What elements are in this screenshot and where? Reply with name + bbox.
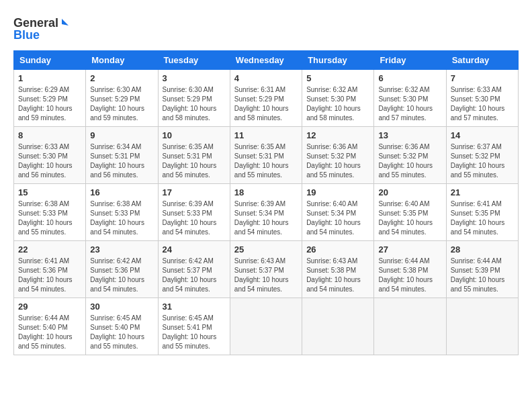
day-info: Sunrise: 6:44 AMSunset: 5:39 PMDaylight:… (451, 257, 514, 294)
weekday-header: Friday (374, 51, 446, 70)
day-number: 21 (451, 187, 514, 197)
day-number: 24 (163, 244, 226, 255)
calendar-cell: 19Sunrise: 6:40 AMSunset: 5:34 PMDayligh… (302, 184, 374, 241)
day-number: 7 (451, 73, 514, 83)
day-number: 28 (451, 244, 514, 255)
day-info: Sunrise: 6:40 AMSunset: 5:35 PMDaylight:… (378, 199, 441, 237)
calendar-cell: 1Sunrise: 6:29 AMSunset: 5:29 PMDaylight… (14, 70, 86, 127)
calendar-cell: 5Sunrise: 6:32 AMSunset: 5:30 PMDaylight… (302, 70, 374, 127)
day-number: 23 (90, 244, 153, 255)
day-info: Sunrise: 6:32 AMSunset: 5:30 PMDaylight:… (378, 85, 441, 123)
svg-text:General: General (13, 16, 58, 30)
weekday-header: Thursday (302, 51, 374, 70)
calendar-cell: 4Sunrise: 6:31 AMSunset: 5:29 PMDaylight… (230, 70, 302, 127)
day-number: 3 (163, 73, 226, 83)
day-info: Sunrise: 6:32 AMSunset: 5:30 PMDaylight:… (306, 85, 369, 123)
day-info: Sunrise: 6:41 AMSunset: 5:36 PMDaylight:… (18, 257, 81, 294)
day-number: 15 (18, 187, 81, 197)
calendar-cell: 21Sunrise: 6:41 AMSunset: 5:35 PMDayligh… (446, 184, 518, 241)
calendar-cell: 17Sunrise: 6:39 AMSunset: 5:33 PMDayligh… (158, 184, 230, 241)
day-info: Sunrise: 6:35 AMSunset: 5:31 PMDaylight:… (163, 142, 226, 180)
calendar-cell: 23Sunrise: 6:42 AMSunset: 5:36 PMDayligh… (86, 241, 158, 298)
calendar-cell (302, 298, 374, 355)
calendar-cell (446, 298, 518, 355)
day-number: 22 (18, 244, 81, 255)
weekday-header: Tuesday (158, 51, 230, 70)
calendar-cell: 9Sunrise: 6:34 AMSunset: 5:31 PMDaylight… (86, 127, 158, 184)
calendar-cell: 13Sunrise: 6:36 AMSunset: 5:32 PMDayligh… (374, 127, 446, 184)
day-number: 8 (18, 130, 81, 140)
day-number: 31 (163, 302, 226, 312)
day-number: 13 (378, 130, 441, 140)
calendar-cell: 14Sunrise: 6:37 AMSunset: 5:32 PMDayligh… (446, 127, 518, 184)
calendar-cell (374, 298, 446, 355)
calendar-cell: 7Sunrise: 6:33 AMSunset: 5:30 PMDaylight… (446, 70, 518, 127)
calendar-week-row: 8Sunrise: 6:33 AMSunset: 5:30 PMDaylight… (14, 127, 519, 184)
calendar-table: SundayMondayTuesdayWednesdayThursdayFrid… (13, 50, 519, 355)
day-number: 4 (234, 73, 298, 83)
day-info: Sunrise: 6:43 AMSunset: 5:38 PMDaylight:… (306, 257, 369, 294)
calendar-header-row: SundayMondayTuesdayWednesdayThursdayFrid… (14, 51, 519, 70)
calendar-cell (230, 298, 302, 355)
day-number: 29 (18, 302, 81, 312)
day-info: Sunrise: 6:45 AMSunset: 5:40 PMDaylight:… (90, 314, 153, 351)
day-info: Sunrise: 6:42 AMSunset: 5:36 PMDaylight:… (90, 257, 153, 294)
day-info: Sunrise: 6:39 AMSunset: 5:34 PMDaylight:… (234, 199, 298, 237)
day-number: 16 (90, 187, 153, 197)
day-info: Sunrise: 6:42 AMSunset: 5:37 PMDaylight:… (163, 257, 226, 294)
calendar-cell: 28Sunrise: 6:44 AMSunset: 5:39 PMDayligh… (446, 241, 518, 298)
day-number: 14 (451, 130, 514, 140)
day-info: Sunrise: 6:41 AMSunset: 5:35 PMDaylight:… (451, 199, 514, 237)
day-info: Sunrise: 6:30 AMSunset: 5:29 PMDaylight:… (90, 85, 153, 123)
calendar-cell: 12Sunrise: 6:36 AMSunset: 5:32 PMDayligh… (302, 127, 374, 184)
calendar-cell: 20Sunrise: 6:40 AMSunset: 5:35 PMDayligh… (374, 184, 446, 241)
day-number: 25 (234, 244, 298, 255)
calendar-cell: 31Sunrise: 6:45 AMSunset: 5:41 PMDayligh… (158, 298, 230, 355)
calendar-cell: 30Sunrise: 6:45 AMSunset: 5:40 PMDayligh… (86, 298, 158, 355)
calendar-cell: 24Sunrise: 6:42 AMSunset: 5:37 PMDayligh… (158, 241, 230, 298)
calendar-cell: 27Sunrise: 6:44 AMSunset: 5:38 PMDayligh… (374, 241, 446, 298)
day-info: Sunrise: 6:38 AMSunset: 5:33 PMDaylight:… (90, 199, 153, 237)
calendar-week-row: 29Sunrise: 6:44 AMSunset: 5:40 PMDayligh… (14, 298, 519, 355)
day-info: Sunrise: 6:34 AMSunset: 5:31 PMDaylight:… (90, 142, 153, 180)
logo-svg: GeneralBlue (13, 13, 74, 44)
day-number: 26 (306, 244, 369, 255)
day-number: 2 (90, 73, 153, 83)
day-number: 10 (163, 130, 226, 140)
weekday-header: Saturday (446, 51, 518, 70)
day-info: Sunrise: 6:31 AMSunset: 5:29 PMDaylight:… (234, 85, 298, 123)
calendar-cell: 29Sunrise: 6:44 AMSunset: 5:40 PMDayligh… (14, 298, 86, 355)
day-number: 18 (234, 187, 298, 197)
day-info: Sunrise: 6:37 AMSunset: 5:32 PMDaylight:… (451, 142, 514, 180)
day-number: 9 (90, 130, 153, 140)
calendar-cell: 25Sunrise: 6:43 AMSunset: 5:37 PMDayligh… (230, 241, 302, 298)
calendar-cell: 3Sunrise: 6:30 AMSunset: 5:29 PMDaylight… (158, 70, 230, 127)
day-info: Sunrise: 6:33 AMSunset: 5:30 PMDaylight:… (18, 142, 81, 180)
calendar-week-row: 1Sunrise: 6:29 AMSunset: 5:29 PMDaylight… (14, 70, 519, 127)
page-header: GeneralBlue (13, 13, 519, 44)
day-info: Sunrise: 6:30 AMSunset: 5:29 PMDaylight:… (163, 85, 226, 123)
svg-text:Blue: Blue (13, 28, 40, 42)
day-info: Sunrise: 6:40 AMSunset: 5:34 PMDaylight:… (306, 199, 369, 237)
calendar-cell: 2Sunrise: 6:30 AMSunset: 5:29 PMDaylight… (86, 70, 158, 127)
day-number: 30 (90, 302, 153, 312)
day-info: Sunrise: 6:29 AMSunset: 5:29 PMDaylight:… (18, 85, 81, 123)
day-info: Sunrise: 6:45 AMSunset: 5:41 PMDaylight:… (163, 314, 226, 351)
logo: GeneralBlue (13, 13, 74, 44)
day-info: Sunrise: 6:39 AMSunset: 5:33 PMDaylight:… (163, 199, 226, 237)
day-number: 5 (306, 73, 369, 83)
day-info: Sunrise: 6:33 AMSunset: 5:30 PMDaylight:… (451, 85, 514, 123)
day-info: Sunrise: 6:44 AMSunset: 5:40 PMDaylight:… (18, 314, 81, 351)
calendar-cell: 15Sunrise: 6:38 AMSunset: 5:33 PMDayligh… (14, 184, 86, 241)
day-number: 1 (18, 73, 81, 83)
calendar-cell: 10Sunrise: 6:35 AMSunset: 5:31 PMDayligh… (158, 127, 230, 184)
calendar-cell: 16Sunrise: 6:38 AMSunset: 5:33 PMDayligh… (86, 184, 158, 241)
day-info: Sunrise: 6:35 AMSunset: 5:31 PMDaylight:… (234, 142, 298, 180)
svg-marker-2 (62, 19, 69, 26)
day-number: 6 (378, 73, 441, 83)
calendar-week-row: 15Sunrise: 6:38 AMSunset: 5:33 PMDayligh… (14, 184, 519, 241)
calendar-cell: 8Sunrise: 6:33 AMSunset: 5:30 PMDaylight… (14, 127, 86, 184)
day-info: Sunrise: 6:36 AMSunset: 5:32 PMDaylight:… (378, 142, 441, 180)
weekday-header: Monday (86, 51, 158, 70)
day-number: 27 (378, 244, 441, 255)
